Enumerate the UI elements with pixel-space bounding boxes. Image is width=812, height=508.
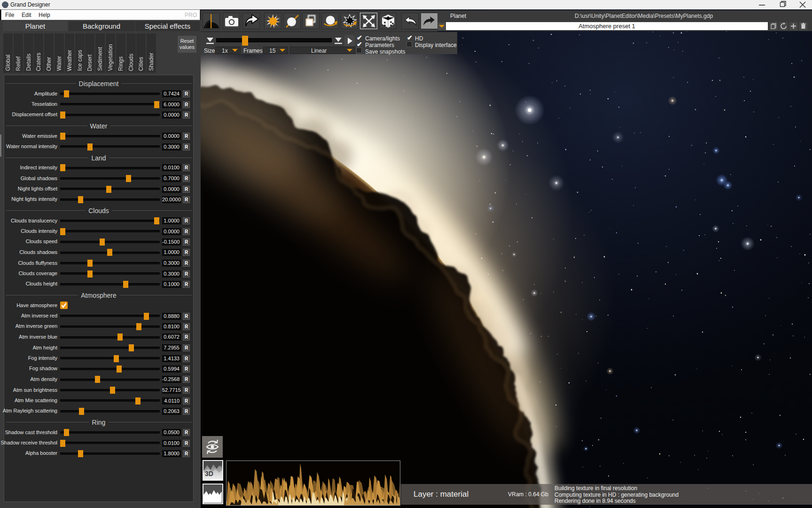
svg-text:3D: 3D [205, 470, 213, 477]
